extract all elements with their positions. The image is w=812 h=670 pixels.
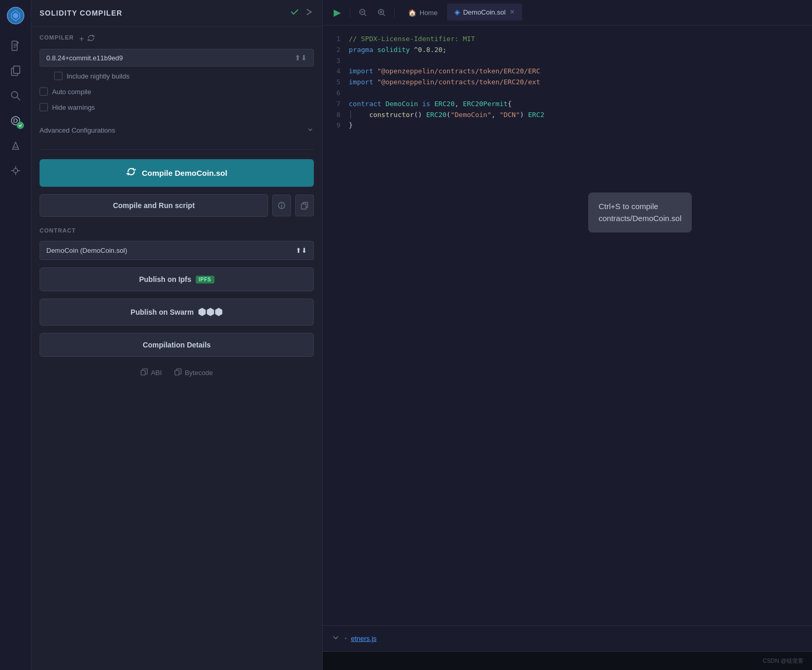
code-line-1: // SPDX-License-Identifier: MIT — [349, 34, 812, 45]
bytecode-label: Bytecode — [185, 369, 213, 377]
compiler-header: SOLIDITY COMPILER — [31, 0, 322, 27]
auto-compile-row: Auto compile — [40, 85, 314, 98]
forward-icon[interactable] — [304, 7, 314, 19]
contract-section-label: CONTRACT — [40, 227, 314, 234]
contract-section: CONTRACT DemoCoin (DemoCoin.sol) ⬆⬇ — [40, 224, 314, 260]
code-line-6 — [349, 88, 812, 99]
editor-panel: ▶ 🏠 Home — [323, 0, 812, 670]
tab-democoin[interactable]: ◈ DemoCoin.sol ✕ — [447, 4, 523, 21]
footer-bullet: • — [345, 635, 347, 642]
auto-compile-checkbox[interactable] — [40, 87, 48, 96]
abi-copy-icon — [141, 368, 148, 377]
script-button-label: Compile and Run script — [113, 201, 195, 210]
script-info-icon[interactable] — [272, 195, 291, 216]
code-line-3 — [349, 56, 812, 67]
zoom-in-button[interactable] — [373, 4, 390, 21]
compiler-body: COMPILER + 0.8.24+commit.e11b9ed9 ⬆⬇ — [31, 27, 322, 389]
script-copy-icon[interactable] — [295, 195, 314, 216]
contract-select[interactable]: DemoCoin (DemoCoin.sol) ⬆⬇ — [40, 241, 314, 260]
bytecode-button[interactable]: Bytecode — [174, 368, 213, 377]
abi-bytecode-row: ABI Bytecode — [40, 364, 314, 381]
advanced-config[interactable]: Advanced Configurations — [40, 121, 314, 140]
compiler-sidebar-icon[interactable] — [5, 110, 26, 131]
header-icons — [290, 7, 314, 19]
publish-ipfs-button[interactable]: Publish on Ipfs IPFS — [40, 267, 314, 291]
footer-link[interactable]: etners.js — [351, 635, 376, 642]
check-icon[interactable] — [290, 7, 299, 19]
tab-democoin-label: DemoCoin.sol — [463, 8, 506, 16]
svg-point-8 — [11, 92, 18, 98]
compile-button[interactable]: Compile DemoCoin.sol — [40, 159, 314, 187]
contract-arrow-icon: ⬆⬇ — [296, 247, 307, 254]
compiler-version-section: COMPILER + 0.8.24+commit.e11b9ed9 ⬆⬇ — [40, 34, 314, 113]
compilation-details-button[interactable]: Compilation Details — [40, 333, 314, 357]
divider-1 — [40, 149, 314, 150]
line-num-9: 9 — [323, 120, 340, 131]
svg-line-25 — [364, 14, 366, 16]
code-area: 1 2 3 4 5 6 7 8 9 // SPDX-License-Identi… — [323, 25, 812, 625]
hide-warnings-checkbox[interactable] — [40, 103, 48, 111]
svg-rect-7 — [14, 66, 20, 73]
nightly-checkbox[interactable] — [54, 72, 62, 80]
debug-sidebar-icon[interactable] — [5, 160, 26, 181]
search-sidebar-icon[interactable] — [5, 85, 26, 106]
svg-line-9 — [17, 97, 20, 100]
publish-swarm-button[interactable]: Publish on Swarm ⬢⬢⬢ — [40, 299, 314, 326]
home-icon: 🏠 — [408, 9, 416, 17]
copy-icon[interactable] — [5, 60, 26, 81]
script-button[interactable]: Compile and Run script — [40, 194, 268, 217]
abi-label: ABI — [151, 369, 162, 377]
line-num-4: 4 — [323, 66, 340, 77]
svg-point-1 — [13, 13, 18, 18]
nightly-builds-row: Include nightly builds — [40, 70, 314, 82]
zoom-out-button[interactable] — [354, 4, 371, 21]
refresh-icon[interactable] — [87, 34, 95, 44]
advanced-config-label: Advanced Configurations — [40, 126, 115, 134]
bottom-bar: CSDN @链觉客 — [323, 651, 812, 670]
nightly-label: Include nightly builds — [67, 72, 130, 80]
compilation-details-label: Compilation Details — [143, 341, 211, 349]
files-icon[interactable] — [5, 35, 26, 56]
tab-home[interactable]: 🏠 Home — [401, 5, 445, 21]
editor-tab-actions: ▶ — [327, 0, 399, 25]
code-line-9: } — [349, 120, 812, 131]
code-line-7: contract DemoCoin is ERC20, ERC20Permit{ — [349, 99, 812, 110]
home-tab-label: Home — [420, 9, 438, 17]
run-button[interactable]: ▶ — [329, 4, 346, 21]
expand-icon[interactable] — [331, 633, 340, 645]
code-line-4: import "@openzeppelin/contracts/token/ER… — [349, 66, 812, 77]
deploy-sidebar-icon[interactable] — [5, 135, 26, 156]
line-num-5: 5 — [323, 77, 340, 88]
abi-button[interactable]: ABI — [141, 368, 162, 377]
svg-rect-21 — [301, 204, 306, 209]
compiler-icons-row: COMPILER + — [40, 34, 314, 44]
code-content: // SPDX-License-Identifier: MIT pragma s… — [349, 34, 812, 617]
compile-refresh-icon — [126, 166, 136, 179]
line-numbers: 1 2 3 4 5 6 7 8 9 — [323, 34, 349, 617]
version-value: 0.8.24+commit.e11b9ed9 — [46, 54, 123, 62]
add-icon[interactable]: + — [79, 34, 84, 44]
tab-close-icon[interactable]: ✕ — [510, 8, 515, 16]
svg-point-13 — [14, 169, 18, 173]
sidebar — [0, 0, 31, 670]
watermark-text: CSDN @链觉客 — [763, 657, 804, 665]
compiler-badge — [17, 122, 24, 129]
advanced-config-arrow-icon — [307, 126, 314, 135]
line-num-2: 2 — [323, 45, 340, 56]
editor-tabs: ▶ 🏠 Home — [323, 0, 812, 25]
svg-point-20 — [281, 203, 282, 204]
logo-icon[interactable] — [5, 5, 26, 26]
compile-button-label: Compile DemoCoin.sol — [142, 169, 227, 177]
script-btn-row: Compile and Run script — [40, 194, 314, 217]
svg-rect-23 — [175, 370, 179, 375]
swarm-icon: ⬢⬢⬢ — [198, 306, 223, 318]
line-num-7: 7 — [323, 99, 340, 110]
svg-marker-11 — [12, 142, 19, 149]
version-select[interactable]: 0.8.24+commit.e11b9ed9 ⬆⬇ — [40, 49, 314, 67]
ipfs-badge: IPFS — [196, 276, 214, 284]
editor-footer: • etners.js — [323, 625, 812, 651]
tab-separator-2 — [394, 7, 395, 18]
compiler-title: SOLIDITY COMPILER — [40, 9, 122, 17]
contract-value: DemoCoin (DemoCoin.sol) — [46, 247, 127, 254]
tab-separator-1 — [350, 7, 350, 18]
